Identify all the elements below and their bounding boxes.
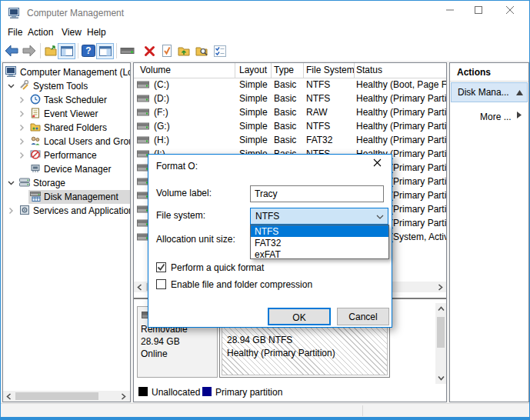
volume-layout: Simple [239,93,268,104]
tree-item-label: Local Users and Groups [44,136,131,147]
column-header-volume[interactable]: Volume [140,65,171,75]
file-system-label: File system: [156,210,205,221]
volume-layout: Simple [239,107,268,118]
dropdown-option-fat32[interactable]: FAT32 [251,237,388,248]
file-system-combobox[interactable]: NTFS [250,208,388,225]
volume-disk-icon [137,95,149,102]
chevron-collapsed-icon[interactable] [18,96,25,104]
tree-item-label: Task Scheduler [44,95,107,105]
volume-status: Healthy (Primary Partition) [356,135,446,145]
find-folder-icon[interactable] [194,43,211,58]
scroll-down-icon[interactable] [436,373,445,383]
tree-item-disk-management[interactable]: Disk Management [3,190,130,204]
tree-item-shared-folders[interactable]: Shared Folders [3,121,130,135]
dropdown-option-ntfs[interactable]: NTFS [251,225,388,237]
window-bottom-border [1,417,529,419]
expand-right-icon[interactable] [517,112,522,118]
volume-fs: FAT32 [306,135,332,145]
disk-view-vscrollbar-thumb[interactable] [437,317,445,348]
tree-hscrollbar[interactable] [3,391,130,402]
chevron-collapsed-icon[interactable] [18,138,25,145]
dialog-close-icon[interactable] [373,158,387,171]
toolbar-separator [78,43,78,58]
tree-item-local-users-groups[interactable]: Local Users and Groups [3,135,130,148]
volume-row[interactable]: (C:) Simple Basic NTFS Healthy (Boot, Pa… [134,78,446,92]
dropdown-option-exfat[interactable]: exFAT [251,248,388,260]
volume-name: (H:) [154,135,169,145]
show-action-pane-icon[interactable] [96,43,114,59]
menu-help[interactable]: Help [87,27,106,38]
close-button[interactable] [505,5,528,21]
tree-item-task-scheduler[interactable]: Task Scheduler [3,93,130,107]
app-icon [8,7,21,19]
chevron-collapsed-icon[interactable] [18,152,25,159]
chevron-expanded-icon[interactable] [7,179,15,187]
performance-icon [30,149,42,161]
cancel-button[interactable]: Cancel [337,308,389,325]
tree-item-services-applications[interactable]: Services and Applications [3,204,130,218]
device-manager-icon [30,163,42,175]
scroll-right-icon[interactable] [118,392,128,401]
back-icon[interactable] [3,43,20,58]
volume-label-input[interactable] [250,185,384,202]
help-icon[interactable]: ? [80,43,97,58]
tree-item-label: Device Manager [44,164,111,175]
quick-format-label: Perform a quick format [171,262,264,273]
partition-status-label: Healthy (Primary Partition) [227,348,335,358]
volume-disk-icon [137,136,149,144]
forward-icon[interactable] [21,43,38,58]
volume-disk-icon [137,122,149,130]
chevron-collapsed-icon[interactable] [18,110,25,118]
tree-item-performance[interactable]: Performance [3,148,130,162]
compression-checkbox[interactable] [156,279,166,289]
volume-row[interactable]: (G:) Simple Basic NTFS Healthy (Primary … [134,119,446,133]
services-applications-icon [19,205,32,216]
volume-row[interactable]: (H:) Simple Basic FAT32 Healthy (Primary… [134,133,446,147]
column-header-status[interactable]: Status [356,65,382,75]
tree-item-system-tools[interactable]: System Tools [3,79,130,93]
chevron-expanded-icon[interactable] [7,82,15,90]
disk-view-vscrollbar[interactable] [435,303,446,384]
tree-item-label: Storage [33,178,65,188]
up-folder-icon[interactable] [176,43,193,58]
properties-check-icon[interactable] [158,43,175,58]
minimize-button[interactable] [445,5,468,21]
volume-row[interactable]: (F:) Simple Basic RAW Healthy (Primary P… [134,105,446,119]
tree-item-computer-management[interactable]: Computer Management (Local) [3,65,130,79]
toolbar-separator [116,43,117,58]
menu-action[interactable]: Action [28,27,53,38]
tree-item-device-manager[interactable]: Device Manager [3,162,130,176]
scroll-right-icon[interactable] [435,282,445,292]
volume-type: Basic [274,93,296,104]
delete-icon[interactable] [141,43,158,58]
volume-layout: Simple [239,79,268,90]
column-header-type[interactable]: Type [274,65,294,75]
tree-item-storage[interactable]: Storage [3,176,130,190]
menu-view[interactable]: View [62,27,82,38]
storage-icon [19,177,32,188]
scroll-left-icon[interactable] [135,282,145,292]
volume-name: (F:) [154,107,168,118]
menu-file[interactable]: File [8,27,22,38]
volume-fs: NTFS [306,93,330,104]
disk-device-icon[interactable] [119,43,136,58]
quick-format-checkbox[interactable] [156,262,166,272]
chevron-collapsed-icon[interactable] [18,124,25,132]
column-header-layout[interactable]: Layout [239,65,267,75]
actions-item-label: More ... [480,112,512,122]
ok-button[interactable]: OK [268,308,331,325]
disk-management-icon [30,191,42,202]
tasklist-icon[interactable] [212,43,228,58]
collapse-up-icon[interactable] [516,90,523,95]
show-console-tree-icon[interactable] [58,43,75,59]
actions-item-more[interactable]: More ... [451,108,528,128]
scroll-up-icon[interactable] [436,304,445,314]
maximize-button[interactable] [474,5,497,21]
chevron-collapsed-icon[interactable] [7,207,15,215]
scroll-left-icon[interactable] [4,392,14,401]
tree-hscrollbar-thumb[interactable] [15,392,98,400]
column-header-file-system[interactable]: File System [306,65,355,75]
tree-item-event-viewer[interactable]: Event Viewer [3,107,130,121]
actions-item-disk-management[interactable]: Disk Mana... [451,82,528,102]
volume-row[interactable]: (D:) Simple Basic NTFS Healthy (Primary … [134,92,446,105]
